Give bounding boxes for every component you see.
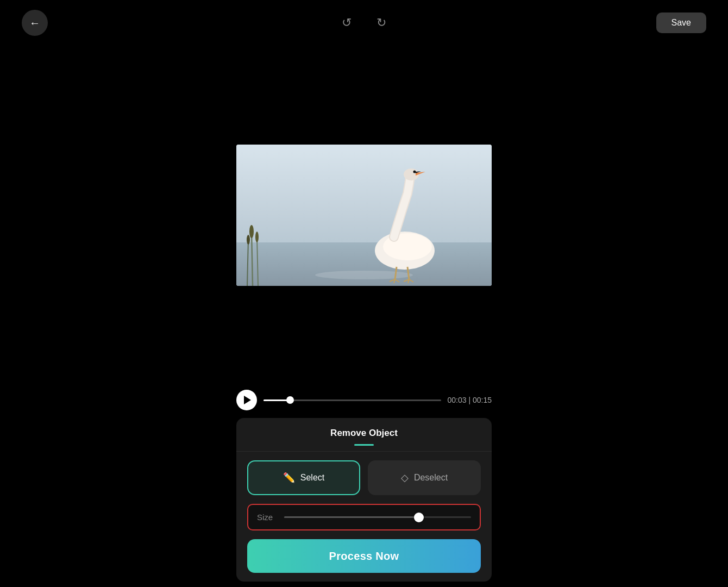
toolbar-left: ←: [22, 10, 48, 36]
process-now-button[interactable]: Process Now: [247, 539, 481, 573]
brush-icon: ✏️: [283, 472, 295, 484]
play-button[interactable]: [236, 390, 257, 410]
video-container: [236, 145, 492, 286]
timeline-thumb: [286, 396, 294, 404]
redo-button[interactable]: ↻: [371, 12, 392, 34]
play-icon: [244, 396, 251, 404]
swan-scene: [236, 145, 492, 286]
svg-point-6: [255, 232, 259, 242]
size-slider-fill: [284, 516, 419, 518]
size-slider-track[interactable]: [284, 516, 471, 518]
bottom-panel: 00:03 | 00:15 Remove Object ✏️ Select ◇ …: [0, 384, 728, 587]
timeline-track[interactable]: [263, 399, 441, 401]
tool-buttons: ✏️ Select ◇ Deselect: [247, 460, 481, 495]
svg-point-8: [315, 271, 413, 279]
save-button[interactable]: Save: [656, 13, 706, 33]
deselect-label: Deselect: [414, 473, 448, 483]
svg-point-5: [249, 225, 254, 238]
toolbar: ← ↺ ↻ Save: [0, 0, 728, 46]
select-label: Select: [300, 473, 324, 483]
main-content: [0, 46, 728, 384]
panel-indicator: [354, 444, 374, 446]
video-frame: [236, 145, 492, 286]
size-slider-thumb[interactable]: [414, 513, 424, 522]
panel-header: Remove Object: [236, 418, 492, 452]
eraser-icon: ◇: [401, 472, 409, 484]
size-slider-container[interactable]: Size: [247, 504, 481, 530]
toolbar-right: Save: [656, 13, 706, 33]
svg-point-12: [413, 170, 416, 173]
panel-title: Remove Object: [330, 428, 398, 439]
select-button[interactable]: ✏️ Select: [247, 460, 360, 495]
back-button[interactable]: ←: [22, 10, 48, 36]
undo-button[interactable]: ↺: [336, 12, 357, 34]
redo-icon: ↻: [376, 16, 386, 30]
toolbar-center: ↺ ↻: [336, 12, 392, 34]
back-icon: ←: [29, 17, 40, 29]
undo-icon: ↺: [342, 16, 352, 30]
timeline-time: 00:03 | 00:15: [448, 396, 492, 404]
timeline: 00:03 | 00:15: [236, 384, 492, 418]
svg-point-7: [247, 235, 250, 245]
deselect-button[interactable]: ◇ Deselect: [368, 460, 481, 495]
size-label: Size: [257, 513, 277, 522]
remove-object-panel: Remove Object ✏️ Select ◇ Deselect Size …: [236, 418, 492, 582]
